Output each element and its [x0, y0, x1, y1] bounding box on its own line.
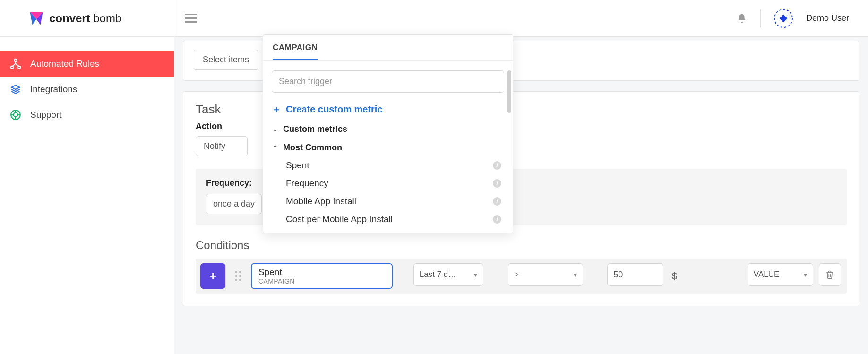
action-select[interactable]: Notify [196, 136, 248, 156]
logo-icon [28, 10, 44, 26]
delete-condition-button[interactable] [819, 263, 841, 286]
svg-point-20 [239, 275, 241, 277]
date-range-select[interactable]: Last 7 d… ▾ [413, 263, 484, 286]
sidebar-item-support[interactable]: Support [0, 102, 174, 128]
group-most-common[interactable]: ⌃ Most Common [272, 143, 504, 153]
metric-option[interactable]: Frequency i [272, 174, 504, 192]
username[interactable]: Demo User [806, 13, 849, 23]
metric-name: Spent [258, 267, 385, 277]
chevron-down-icon: ⌄ [272, 126, 278, 133]
svg-point-21 [235, 279, 237, 281]
chevron-down-icon: ▾ [804, 271, 807, 278]
plus-icon: ＋ [272, 103, 281, 116]
frequency-select[interactable]: once a day [206, 194, 262, 214]
metric-popover: CAMPAIGN ＋ Create custom metric ⌄ Custom… [263, 34, 513, 233]
logo[interactable]: convert bomb [0, 0, 174, 36]
svg-point-19 [235, 275, 237, 277]
svg-point-10 [18, 66, 20, 69]
metric-option[interactable]: Spent i [272, 156, 504, 174]
svg-point-17 [235, 271, 237, 273]
select-items-button[interactable]: Select items [194, 50, 258, 70]
create-custom-metric-button[interactable]: ＋ Create custom metric [272, 103, 504, 116]
metric-list: Spent i Frequency i Mobile App Install i… [272, 156, 504, 228]
sidebar-item-automated-rules[interactable]: Automated Rules [0, 51, 174, 77]
sidebar-item-label: Integrations [30, 84, 77, 95]
integrations-icon [9, 83, 22, 95]
divider [760, 9, 761, 27]
conditions-heading: Conditions [196, 239, 847, 252]
value-type-select[interactable]: VALUE ▾ [748, 263, 813, 286]
popover-tabs: CAMPAIGN [263, 35, 513, 61]
value-input[interactable]: 50 [607, 263, 663, 286]
sidebar: Automated Rules Integrations Support [0, 37, 174, 354]
top-bar: convert bomb Demo User [0, 0, 868, 37]
metric-scope: CAMPAIGN [258, 277, 385, 285]
chevron-up-icon: ⌃ [272, 144, 278, 151]
hamburger-icon[interactable] [185, 14, 197, 23]
info-icon[interactable]: i [493, 197, 501, 206]
add-condition-button[interactable]: + [200, 263, 225, 289]
avatar[interactable] [774, 9, 793, 28]
sidebar-item-integrations[interactable]: Integrations [0, 77, 174, 102]
svg-point-12 [14, 113, 18, 117]
svg-point-22 [239, 279, 241, 281]
metric-select[interactable]: Spent CAMPAIGN [251, 263, 393, 289]
drag-handle-icon[interactable] [231, 263, 245, 289]
logo-text: convert bomb [49, 12, 121, 25]
scrollbar[interactable] [507, 70, 511, 113]
info-icon[interactable]: i [493, 161, 501, 170]
svg-rect-3 [185, 14, 197, 15]
operator-select[interactable]: > ▾ [508, 263, 583, 286]
svg-point-18 [239, 271, 241, 273]
sidebar-item-label: Support [30, 110, 62, 120]
rules-icon [9, 58, 22, 70]
svg-point-8 [14, 59, 17, 61]
info-icon[interactable]: i [493, 215, 501, 224]
condition-row: + Spent CAMPAIGN Last 7 d… ▾ > ▾ [196, 259, 847, 294]
metric-option[interactable]: Cost per Mobile App Install i [272, 210, 504, 228]
svg-rect-7 [779, 14, 787, 22]
group-custom-metrics[interactable]: ⌄ Custom metrics [272, 124, 504, 134]
svg-rect-5 [185, 21, 197, 23]
svg-rect-4 [185, 17, 197, 19]
tab-campaign[interactable]: CAMPAIGN [273, 43, 318, 60]
support-icon [9, 109, 22, 121]
search-trigger-input[interactable] [272, 70, 504, 93]
info-icon[interactable]: i [493, 179, 501, 188]
svg-point-9 [11, 66, 13, 69]
sidebar-item-label: Automated Rules [30, 59, 99, 69]
unit-label: $ [669, 263, 680, 289]
bell-icon[interactable] [737, 13, 747, 24]
chevron-down-icon: ▾ [574, 271, 577, 278]
metric-option[interactable]: Mobile App Install i [272, 192, 504, 210]
chevron-down-icon: ▾ [474, 271, 477, 278]
